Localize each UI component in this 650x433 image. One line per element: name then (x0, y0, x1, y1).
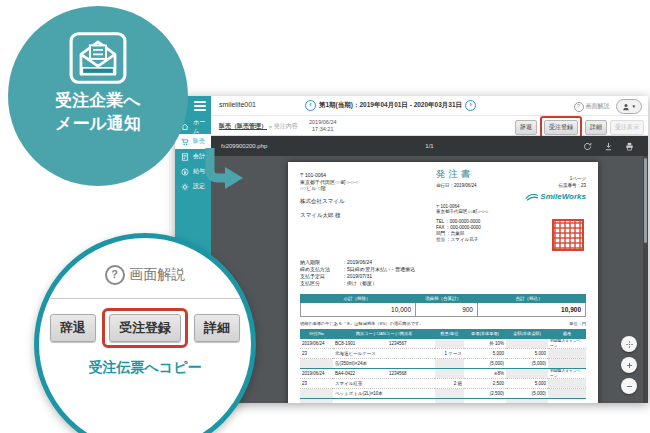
account-name: smilelite001 (219, 101, 256, 108)
purchase-order-document: 〒101-0064 東京都千代田区○○町○-○-○ ○○ビル ○階 株式会社スマ… (288, 162, 598, 403)
totals-header-row: 小計（税抜） 消費税（合算計） 合計（税込） (300, 294, 586, 303)
mail-callout-text: 受注企業へ メール通知 (55, 89, 141, 135)
page-indicator: 1/1 (425, 143, 433, 149)
screen-help-link[interactable]: ? 画面解説 (574, 102, 610, 112)
term-label: 納入期限 (300, 259, 342, 266)
cell: BC8-19011234567 (333, 339, 435, 349)
rotate-icon[interactable] (583, 142, 592, 151)
table-row: 缶(350ml)×24本(5,000)(5,000) (300, 359, 586, 369)
cell: 初回購入キャンペーン (548, 339, 586, 349)
unit-note: 単位：円 (569, 321, 586, 326)
sidebar-item-label: 販売 (193, 137, 205, 146)
zoom-in-button[interactable] (621, 357, 637, 373)
coin-icon (181, 168, 189, 176)
action-button[interactable]: 辞退 (515, 120, 537, 135)
envelope-icon (69, 32, 127, 84)
recipient-block: 〒101-0064 東京都千代田区○○町○-○-○ ○○ビル ○階 株式会社スマ… (300, 168, 358, 251)
callout-button[interactable]: 辞退 (50, 314, 96, 342)
slip-number: 伝票番号：23 (558, 183, 586, 188)
issuer-block: 発注書 1ページ 発行日：2019/06/24 伝票番号：23 SmileWor… (436, 168, 586, 251)
line-items-table: 日付/No商品コード/JANコード/商品名数量/単位単価(本体単価)金額(本体金… (300, 329, 586, 403)
scrollbar-thumb[interactable] (644, 158, 647, 243)
term-value: ：5日締め翌月末払い・普通振込 (342, 266, 415, 273)
chevron-down-icon: ▼ (632, 104, 636, 109)
breadcrumb-parent[interactable]: 販売（販売管理） (219, 123, 267, 129)
question-icon: ? (105, 265, 125, 285)
column-header: 数量/単位 (435, 329, 464, 339)
table-row: 2019/06/24BA4-04221234568※8%初回購入キャンペーン (300, 369, 586, 379)
cell: 23 (300, 379, 333, 389)
action-button[interactable]: 受注登録 (544, 120, 578, 135)
cell: 外 10% (464, 339, 506, 349)
issue-date: 発行日：2019/06/24 (436, 183, 477, 188)
breadcrumb: 販売（販売管理） » 発注内容 (219, 122, 298, 131)
cell: 2019/06/24 (300, 369, 333, 379)
action-button[interactable]: 受注表示 (610, 120, 644, 135)
recipient-address2: ○○ビル ○階 (300, 185, 358, 192)
divider (39, 298, 251, 299)
user-menu[interactable]: ▼ (616, 99, 642, 114)
calc-icon (181, 153, 189, 161)
cell: BA4-04221234568 (333, 369, 435, 379)
user-icon (622, 103, 630, 111)
cell: (5,000) (464, 359, 506, 369)
window-main: smilelite001 ‹ 第1期(当期)：2019年04月01日 - 202… (211, 96, 648, 403)
cell (548, 359, 586, 369)
term-row: 支払区分：掛け（都度） (300, 280, 586, 287)
cell (506, 369, 548, 379)
cell: 2,500 (464, 379, 506, 389)
column-header: 商品コード/JANコード/商品名 (333, 329, 435, 339)
cell: (2,500) (464, 389, 506, 399)
callout-button[interactable]: 詳細 (194, 314, 240, 342)
smileworks-logo: SmileWorks (436, 192, 586, 201)
sidebar-item-label: ホーム (193, 118, 211, 136)
item-code-jan: BA4-04221234568 (335, 371, 433, 376)
term-label: 締め支払方法 (300, 266, 342, 273)
scrollbar[interactable] (643, 156, 648, 403)
tax-note: 明細の単価の中にある「※」は軽減税率（8%）の適応商品です。 (300, 321, 424, 326)
cell (435, 399, 464, 404)
zoom-out-button[interactable] (621, 378, 637, 394)
term-label: 支払区分 (300, 280, 342, 287)
header-right: ? 画面解説 ▼ (574, 99, 642, 114)
timestamp-time: 17:34:21 (312, 126, 333, 132)
totals-header-total: 合計（税込） (472, 296, 586, 301)
totals-value-row: 10,000 900 10,900 (300, 303, 586, 317)
mail-callout-line1: 受注企業へ (55, 91, 140, 110)
sidebar-item-cart[interactable]: 販売 (175, 134, 211, 149)
sender-person: 担当 ：スマイル花子 (436, 237, 481, 243)
sub-header: 販売（販売管理） » 発注内容 2019/06/24 17:34:21 辞退受注… (211, 116, 648, 136)
zoom-controls (621, 336, 637, 394)
period-next-icon[interactable]: › (465, 100, 476, 111)
cell (435, 359, 464, 369)
cell (435, 339, 464, 349)
download-icon[interactable] (604, 142, 613, 151)
fit-page-button[interactable] (621, 336, 637, 352)
action-button[interactable]: 詳細 (585, 120, 607, 135)
cell: 缶(350ml)×24本 (333, 359, 435, 369)
cell: 初回購入キャンペーン (548, 369, 586, 379)
cell (333, 399, 435, 404)
item-code: BA4-0422 (335, 371, 389, 376)
period-prev-icon[interactable]: ‹ (305, 100, 316, 111)
table-row (300, 399, 586, 404)
cell: スマイル紅茶 (333, 379, 435, 389)
term-row: 支払予定日：2019/07/31 (300, 273, 586, 280)
item-code-jan: BC8-19011234567 (335, 341, 433, 346)
column-header: 金額(本体金額) (506, 329, 548, 339)
hanko-stamp (552, 219, 584, 251)
highlight-box: 受注登録 (102, 308, 188, 348)
cell: (5,000) (506, 389, 548, 399)
top-header: smilelite001 ‹ 第1期(当期)：2019年04月01日 - 202… (211, 96, 648, 116)
question-icon: ? (574, 102, 584, 112)
logo-swoosh-icon (525, 193, 538, 201)
document-page-label: 1ページ (570, 176, 586, 181)
cell (300, 399, 333, 404)
tax-value: 900 (416, 303, 478, 316)
callout-help-label: 画面解説 (130, 266, 186, 284)
print-icon[interactable] (625, 142, 634, 151)
menu-icon[interactable] (194, 101, 206, 111)
cell: 2019/06/24 (300, 339, 333, 349)
callout-button[interactable]: 受注登録 (109, 314, 181, 342)
table-row: 23北海道ビールケース1 ケース5,0005,000 (300, 349, 586, 359)
